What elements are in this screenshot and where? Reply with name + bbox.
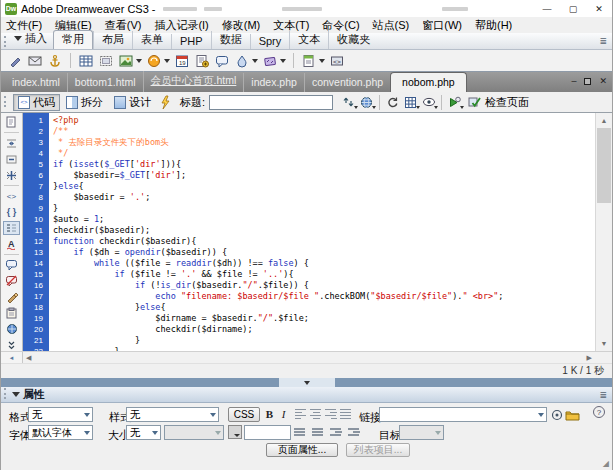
collapse-selection-icon[interactable] — [3, 152, 20, 166]
color-value-input[interactable] — [244, 425, 291, 440]
line-numbers-icon[interactable] — [3, 221, 20, 235]
help-icon[interactable]: ? — [593, 406, 605, 418]
panel-splitter[interactable] — [1, 378, 612, 387]
recent-snippets-icon[interactable] — [3, 306, 20, 320]
panel-expander-icon[interactable]: ◢ — [603, 459, 609, 468]
format-select[interactable]: 无 — [28, 407, 93, 422]
insert-bar-grip[interactable] — [4, 36, 9, 47]
font-select[interactable]: 默认字体 — [28, 425, 93, 440]
server-include-icon[interactable] — [194, 53, 210, 69]
point-to-file-icon[interactable] — [549, 407, 565, 423]
insert-tab-spry[interactable]: Spry — [250, 34, 290, 49]
link-input[interactable] — [379, 407, 547, 422]
comment-icon[interactable] — [214, 53, 230, 69]
collapse-panel-button[interactable] — [279, 378, 335, 387]
file-management-icon[interactable] — [340, 94, 357, 110]
doc-tab-index-html[interactable]: index.html — [5, 73, 67, 92]
insert-tab-favorites[interactable]: 收藏夹 — [328, 31, 378, 49]
design-view-button[interactable]: 设计 — [109, 94, 156, 111]
open-documents-icon[interactable] — [3, 115, 20, 129]
move-css-icon[interactable] — [3, 322, 20, 336]
media-dropdown-icon[interactable] — [164, 59, 170, 63]
table-icon[interactable] — [78, 53, 94, 69]
text-color-swatch[interactable] — [228, 425, 242, 439]
align-left-icon[interactable] — [294, 407, 308, 421]
insert-tab-forms[interactable]: 表单 — [132, 31, 171, 49]
check-page-button[interactable]: 检查页面 — [464, 95, 533, 110]
scroll-thumb[interactable] — [597, 128, 611, 203]
highlight-invalid-code-icon[interactable]: A — [3, 237, 20, 251]
insert-tab-php[interactable]: PHP — [171, 34, 211, 49]
doc-tab-bottom1-html[interactable]: bottom1.html — [67, 73, 143, 92]
scroll-right-arrow[interactable]: ▶ — [587, 354, 592, 362]
indent-icon[interactable] — [347, 425, 361, 439]
insert-bar-label[interactable]: 插入 — [12, 31, 53, 49]
template-icon[interactable] — [301, 53, 317, 69]
title-input[interactable] — [209, 95, 333, 110]
collapse-full-tag-icon[interactable] — [3, 136, 20, 150]
image-dropdown-icon[interactable] — [136, 59, 142, 63]
unordered-list-icon[interactable] — [311, 425, 325, 439]
hyperlink-icon[interactable] — [7, 53, 23, 69]
apply-comment-icon[interactable] — [3, 258, 20, 272]
doc-tab-member-center[interactable]: 会员中心首页.html — [143, 71, 244, 92]
validate-markup-icon[interactable] — [446, 94, 463, 110]
balance-braces-icon[interactable]: { } — [3, 205, 20, 219]
properties-menu-icon[interactable]: ≣ — [599, 390, 607, 400]
align-right-icon[interactable] — [324, 407, 338, 421]
menu-help[interactable]: 帮助(H) — [475, 18, 512, 33]
doc-minimize-icon[interactable]: – — [571, 76, 576, 86]
doc-restore-icon[interactable] — [584, 78, 591, 85]
style-select[interactable]: 无 — [126, 407, 219, 422]
italic-button[interactable]: I — [277, 407, 290, 421]
script-icon[interactable] — [262, 53, 278, 69]
insert-tab-common[interactable]: 常用 — [53, 30, 93, 49]
expand-all-icon[interactable] — [3, 168, 20, 182]
live-data-icon[interactable] — [157, 94, 174, 110]
minimize-button[interactable]: — — [534, 0, 560, 17]
date-icon[interactable]: 19 — [174, 53, 190, 69]
script-dropdown-icon[interactable] — [280, 59, 286, 63]
bold-button[interactable]: B — [263, 407, 276, 421]
split-view-button[interactable]: 拆分 — [61, 94, 108, 111]
scroll-down-arrow[interactable]: ▼ — [596, 336, 612, 351]
more-icons-chevron[interactable] — [3, 338, 20, 352]
browse-folder-icon[interactable] — [564, 407, 580, 423]
insert-tab-data[interactable]: 数据 — [211, 31, 250, 49]
select-parent-tag-icon[interactable]: <> — [3, 189, 20, 203]
vertical-scrollbar[interactable]: ▲ ▼ — [595, 113, 612, 351]
refresh-icon[interactable] — [384, 94, 401, 110]
tag-chooser-icon[interactable]: <> — [329, 53, 345, 69]
size-select[interactable]: 无 — [126, 425, 161, 440]
insert-tab-layout[interactable]: 布局 — [93, 31, 132, 49]
media-icon[interactable] — [146, 53, 162, 69]
head-dropdown-icon[interactable] — [252, 59, 258, 63]
ordered-list-icon[interactable] — [293, 425, 307, 439]
template-dropdown-icon[interactable] — [319, 59, 325, 63]
insert-div-icon[interactable] — [98, 53, 114, 69]
image-icon[interactable] — [118, 53, 134, 69]
doc-tab-nobom-php[interactable]: nobom.php — [390, 72, 467, 92]
named-anchor-icon[interactable] — [47, 53, 63, 69]
css-button[interactable]: CSS — [228, 407, 260, 422]
email-link-icon[interactable] — [27, 53, 43, 69]
menu-window[interactable]: 窗口(W) — [422, 18, 462, 33]
remove-comment-icon[interactable] — [3, 274, 20, 288]
horizontal-scrollbar[interactable]: ◀▶ — [23, 352, 595, 363]
wrap-tag-icon[interactable] — [3, 290, 20, 304]
doc-tab-index-php[interactable]: index.php — [243, 73, 304, 92]
code-view-button[interactable]: <>代码 — [13, 94, 60, 111]
page-properties-button[interactable]: 页面属性... — [266, 443, 338, 457]
scroll-left-arrow[interactable]: ◀ — [26, 354, 31, 362]
doc-tab-convention-php[interactable]: convention.php — [304, 73, 390, 92]
visual-aids-icon[interactable] — [420, 94, 437, 110]
properties-collapse-icon[interactable] — [12, 392, 20, 397]
scroll-up-arrow[interactable]: ▲ — [596, 113, 612, 128]
close-button[interactable]: ✕ — [586, 0, 612, 17]
outdent-icon[interactable] — [329, 425, 343, 439]
maximize-button[interactable]: ▢ — [560, 0, 586, 17]
align-justify-icon[interactable] — [339, 407, 353, 421]
insert-tab-text[interactable]: 文本 — [289, 31, 328, 49]
view-options-icon[interactable] — [402, 94, 419, 110]
preview-browser-icon[interactable] — [358, 94, 375, 110]
